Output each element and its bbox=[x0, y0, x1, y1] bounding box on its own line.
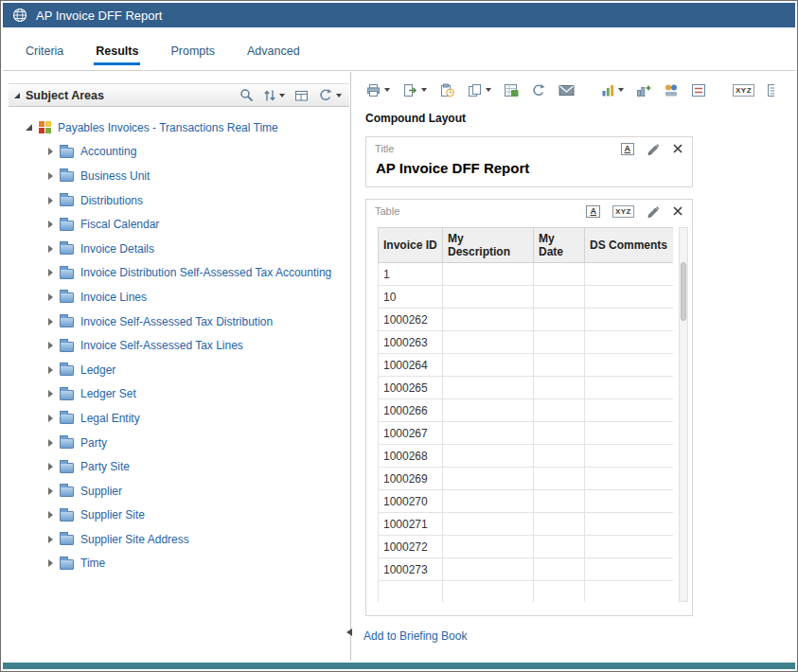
copy-button[interactable] bbox=[468, 83, 491, 97]
pane-grid-button[interactable] bbox=[294, 89, 309, 102]
tree-folder-invoice-self-assessed-tax-distribution[interactable]: Invoice Self-Assessed Tax Distribution bbox=[12, 309, 349, 334]
column-header-my-date[interactable]: My Date bbox=[534, 228, 585, 263]
tree-folder-label: Ledger bbox=[80, 363, 115, 377]
pane-splitter[interactable] bbox=[350, 72, 351, 661]
tree-folder-business-unit[interactable]: Business Unit bbox=[12, 164, 349, 188]
tab-advanced[interactable]: Advanced bbox=[245, 44, 302, 65]
tree-root-payables-invoices[interactable]: Payables Invoices - Transactions Real Ti… bbox=[12, 115, 349, 140]
dropdown-caret-icon bbox=[336, 94, 342, 97]
print-icon bbox=[365, 83, 381, 97]
expand-node-icon[interactable] bbox=[48, 511, 53, 519]
expand-node-icon[interactable] bbox=[48, 439, 53, 447]
tree-folder-ledger-set[interactable]: Ledger Set bbox=[12, 382, 349, 407]
table-row: 1000267 bbox=[379, 422, 674, 445]
tree-folder-ledger[interactable]: Ledger bbox=[12, 358, 349, 382]
export-button[interactable] bbox=[402, 83, 427, 97]
report-title: AP Invoice DFF Report bbox=[366, 157, 692, 186]
refresh-button[interactable] bbox=[531, 83, 546, 97]
invoice-id-cell: 1000268 bbox=[379, 445, 443, 468]
format-container-icon[interactable]: A bbox=[621, 143, 635, 155]
empty-cell bbox=[585, 468, 674, 490]
expand-node-icon[interactable] bbox=[48, 390, 53, 398]
table-view-header: Table A XYZ bbox=[366, 200, 692, 220]
add-to-briefing-book-link[interactable]: Add to Briefing Book bbox=[364, 629, 467, 643]
new-group-button[interactable] bbox=[664, 83, 679, 97]
column-header-my-description[interactable]: My Description bbox=[443, 228, 534, 263]
tab-results[interactable]: Results bbox=[94, 44, 140, 65]
tree-folder-time[interactable]: Time bbox=[12, 552, 349, 576]
tree-folder-party-site[interactable]: Party Site bbox=[12, 454, 349, 479]
tree-folder-distributions[interactable]: Distributions bbox=[12, 188, 349, 213]
tree-folder-invoice-self-assessed-tax-lines[interactable]: Invoice Self-Assessed Tax Lines bbox=[12, 333, 349, 358]
expand-node-icon[interactable] bbox=[48, 197, 53, 204]
sort-button[interactable] bbox=[263, 89, 285, 102]
tree-folder-supplier[interactable]: Supplier bbox=[12, 479, 349, 504]
edit-view-icon[interactable] bbox=[647, 142, 660, 155]
tab-prompts[interactable]: Prompts bbox=[168, 44, 217, 65]
table-row bbox=[379, 581, 674, 603]
search-button[interactable] bbox=[239, 88, 254, 102]
tree-folder-legal-entity[interactable]: Legal Entity bbox=[12, 406, 349, 431]
column-header-ds-comments[interactable]: DS Comments bbox=[585, 228, 674, 263]
title-bar: AP Invoice DFF Report bbox=[3, 3, 795, 27]
tree-folder-fiscal-calendar[interactable]: Fiscal Calendar bbox=[12, 212, 349, 237]
collapse-node-icon[interactable] bbox=[26, 124, 32, 131]
table-row: 1000266 bbox=[379, 399, 674, 422]
expand-node-icon[interactable] bbox=[48, 559, 53, 567]
expand-node-icon[interactable] bbox=[48, 172, 53, 180]
new-view-button[interactable] bbox=[601, 83, 624, 97]
format-container-icon[interactable]: A bbox=[586, 205, 600, 218]
expand-node-icon[interactable] bbox=[48, 221, 53, 228]
pane-refresh-icon bbox=[318, 88, 333, 102]
expand-node-icon[interactable] bbox=[48, 463, 53, 470]
expand-node-icon[interactable] bbox=[48, 269, 53, 276]
empty-cell bbox=[585, 422, 674, 445]
empty-cell bbox=[534, 377, 585, 399]
remove-view-icon[interactable] bbox=[672, 143, 683, 154]
column-header-invoice-id[interactable]: Invoice ID bbox=[379, 228, 443, 263]
table-scrollbar[interactable] bbox=[679, 227, 688, 602]
empty-cell bbox=[585, 309, 674, 331]
expand-node-icon[interactable] bbox=[48, 366, 53, 374]
remove-view-icon[interactable] bbox=[672, 205, 683, 217]
folder-icon bbox=[60, 171, 74, 182]
table-row: 1000264 bbox=[379, 354, 674, 377]
expand-node-icon[interactable] bbox=[48, 342, 53, 349]
empty-cell bbox=[443, 536, 534, 558]
email-button[interactable] bbox=[559, 84, 575, 97]
table-row: 1000268 bbox=[379, 445, 674, 468]
edit-view-icon[interactable] bbox=[647, 204, 660, 218]
scrollbar-thumb[interactable] bbox=[681, 262, 686, 321]
expand-node-icon[interactable] bbox=[48, 245, 53, 253]
expand-node-icon[interactable] bbox=[48, 415, 53, 422]
tree-folder-party[interactable]: Party bbox=[12, 431, 349, 455]
empty-cell bbox=[585, 581, 674, 603]
empty-cell bbox=[443, 581, 534, 603]
invoice-id-cell: 1000267 bbox=[379, 422, 443, 445]
tree-folder-invoice-details[interactable]: Invoice Details bbox=[12, 237, 349, 261]
expand-node-icon[interactable] bbox=[48, 318, 53, 326]
tree-folder-accounting[interactable]: Accounting bbox=[12, 140, 349, 165]
expand-node-icon[interactable] bbox=[48, 487, 53, 495]
collapse-pane-icon[interactable] bbox=[14, 93, 20, 98]
tree-folder-invoice-lines[interactable]: Invoice Lines bbox=[12, 285, 349, 309]
expand-node-icon[interactable] bbox=[48, 148, 53, 155]
empty-cell bbox=[534, 309, 585, 331]
criteria-format-button[interactable]: XYZ bbox=[733, 84, 754, 97]
invoice-id-cell: 1000262 bbox=[379, 309, 443, 331]
tree-folder-supplier-site[interactable]: Supplier Site bbox=[12, 504, 349, 528]
new-calc-item-button[interactable] bbox=[691, 83, 706, 97]
expand-node-icon[interactable] bbox=[48, 293, 53, 301]
schedule-button[interactable] bbox=[439, 83, 455, 97]
print-button[interactable] bbox=[365, 83, 390, 97]
clipped-button[interactable] bbox=[767, 83, 774, 97]
expand-node-icon[interactable] bbox=[48, 536, 53, 543]
tab-criteria[interactable]: Criteria bbox=[24, 44, 65, 65]
pane-refresh-button[interactable] bbox=[318, 88, 342, 102]
tree-folder-supplier-site-address[interactable]: Supplier Site Address bbox=[12, 527, 349, 552]
empty-cell bbox=[443, 399, 534, 422]
export-data-button[interactable] bbox=[504, 83, 519, 97]
format-headings-icon[interactable]: XYZ bbox=[612, 205, 634, 218]
new-measure-button[interactable] bbox=[636, 83, 651, 97]
tree-folder-invoice-distribution-self-assessed-tax-accounting[interactable]: Invoice Distribution Self-Assessed Tax A… bbox=[12, 261, 349, 286]
